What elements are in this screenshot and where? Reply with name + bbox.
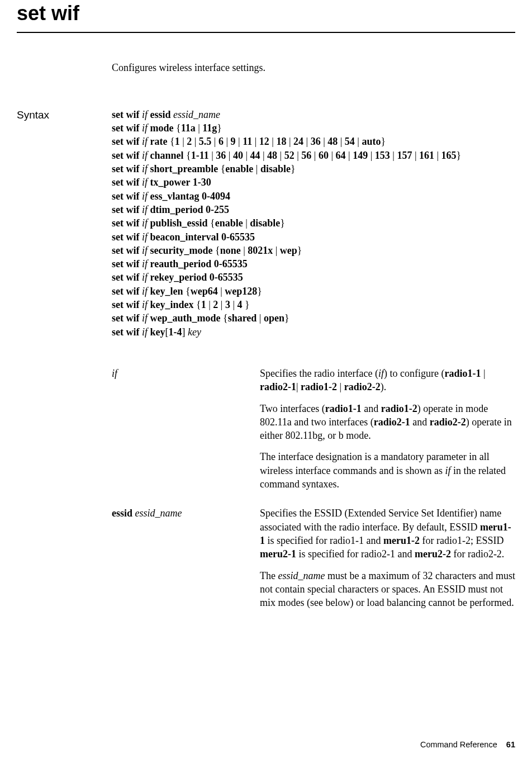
parameter-description: Specifies the radio interface (if) to co… [260, 367, 515, 499]
horizontal-rule [17, 32, 515, 33]
parameter-description: Specifies the ESSID (Extended Service Se… [260, 506, 515, 617]
syntax-line: set wif if essid essid_name [112, 108, 515, 121]
syntax-line: set wif if dtim_period 0-255 [112, 203, 515, 216]
command-description: Configures wireless interface settings. [112, 61, 515, 74]
page-number: 61 [506, 740, 515, 749]
syntax-heading: Syntax [17, 108, 112, 122]
syntax-block: set wif if essid essid_nameset wif if mo… [112, 108, 515, 339]
syntax-line: set wif if channel {1-11 | 36 | 40 | 44 … [112, 149, 515, 162]
syntax-line: set wif if mode {11a | 11g} [112, 121, 515, 135]
syntax-line: set wif if beacon_interval 0-65535 [112, 230, 515, 244]
syntax-line: set wif if key_index {1 | 2 | 3 | 4 } [112, 298, 515, 311]
footer-label: Command Reference [420, 740, 497, 749]
parameter-row: essid essid_nameSpecifies the ESSID (Ext… [112, 506, 515, 617]
parameter-table: ifSpecifies the radio interface (if) to … [112, 367, 515, 617]
syntax-line: set wif if security_mode {none | 8021x |… [112, 244, 515, 257]
syntax-line: set wif if tx_power 1-30 [112, 176, 515, 189]
syntax-line: set wif if key_len {wep64 | wep128} [112, 285, 515, 298]
syntax-line: set wif if publish_essid {enable | disab… [112, 216, 515, 230]
parameter-row: ifSpecifies the radio interface (if) to … [112, 367, 515, 499]
page-title: set wif [17, 0, 515, 27]
page-footer: Command Reference 61 [420, 740, 515, 751]
syntax-line: set wif if wep_auth_mode {shared | open} [112, 311, 515, 325]
syntax-line: set wif if rate {1 | 2 | 5.5 | 6 | 9 | 1… [112, 135, 515, 148]
syntax-line: set wif if short_preamble {enable | disa… [112, 162, 515, 176]
parameter-name: essid essid_name [112, 506, 260, 520]
syntax-line: set wif if reauth_period 0-65535 [112, 257, 515, 271]
syntax-line: set wif if rekey_period 0-65535 [112, 271, 515, 284]
parameter-name: if [112, 367, 260, 380]
syntax-line: set wif if key[1-4] key [112, 325, 515, 339]
syntax-line: set wif if ess_vlantag 0-4094 [112, 189, 515, 203]
